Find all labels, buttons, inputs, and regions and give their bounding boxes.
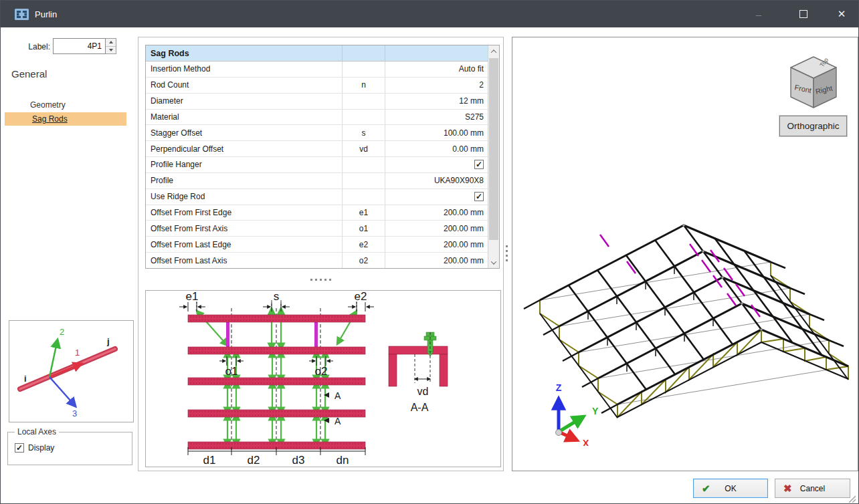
- property-row[interactable]: Stagger Offsets100.00 mm: [146, 125, 488, 141]
- spinner-up-button[interactable]: [106, 39, 116, 46]
- property-value[interactable]: ✓: [385, 189, 488, 205]
- o2-label: o2: [315, 365, 328, 378]
- sag-rod-diagram-panel: e1 s e2 o1 o2 A A vd A-A d1 d2 d3 dn: [145, 290, 501, 467]
- property-label: Diameter: [146, 94, 343, 109]
- properties-panel: Sag Rods Insertion MethodAuto fitRod Cou…: [138, 37, 504, 471]
- property-value[interactable]: UKA90X90X8: [385, 173, 488, 188]
- table-scrollbar[interactable]: [488, 45, 499, 268]
- property-row[interactable]: Offset From First Axiso1200.00 mm: [146, 221, 488, 237]
- checkbox-checked-icon[interactable]: ✓: [474, 192, 484, 201]
- scroll-down-button[interactable]: [488, 257, 499, 268]
- horizontal-splitter[interactable]: [138, 279, 503, 281]
- close-icon: ✕: [838, 8, 846, 20]
- spinner-down-button[interactable]: [106, 46, 116, 54]
- property-label: Perpendicular Offset: [146, 141, 343, 156]
- title-bar[interactable]: Purlin – ✕: [1, 1, 858, 27]
- property-symbol: o2: [343, 253, 385, 268]
- property-label: Offset From First Axis: [146, 221, 343, 236]
- property-row[interactable]: Offset From Last Axiso2200.00 mm: [146, 253, 488, 268]
- scrollbar-thumb[interactable]: [489, 58, 498, 240]
- cancel-button[interactable]: ✖ Cancel: [775, 479, 850, 498]
- spinner-up-icon: [109, 41, 113, 43]
- property-label: Profile: [146, 173, 343, 188]
- maximize-icon: [799, 10, 807, 18]
- axis-3-arrow: [50, 377, 76, 406]
- property-row[interactable]: Profile Hanger✓: [146, 157, 488, 173]
- view-cube[interactable]: Front Right Top: [784, 49, 843, 111]
- sidebar-item-geometry[interactable]: Geometry: [5, 98, 126, 112]
- property-row[interactable]: MaterialS275: [146, 110, 488, 126]
- viewport-panel[interactable]: Front Right Top Orthographic: [512, 37, 858, 471]
- property-row[interactable]: Diameter12 mm: [146, 94, 488, 110]
- scroll-up-button[interactable]: [488, 45, 499, 57]
- property-label: Stagger Offset: [146, 125, 343, 140]
- checkbox-checked-icon[interactable]: ✓: [474, 160, 484, 169]
- property-row[interactable]: ProfileUKA90X90X8: [146, 173, 488, 189]
- dn-label: dn: [337, 454, 349, 467]
- purlins-3d: [569, 225, 822, 390]
- property-row[interactable]: Use Ridge Rod✓: [146, 189, 488, 205]
- property-value[interactable]: Auto fit: [385, 61, 488, 77]
- property-value[interactable]: S275: [385, 110, 488, 125]
- label-spinner[interactable]: [106, 38, 116, 54]
- close-button[interactable]: ✕: [828, 4, 855, 24]
- property-row[interactable]: Offset From First Edgee1200.00 mm: [146, 205, 488, 221]
- property-symbol: e2: [343, 237, 385, 252]
- property-value[interactable]: 12 mm: [385, 94, 488, 109]
- vertical-splitter[interactable]: [506, 245, 508, 261]
- x-axis-label: X: [583, 438, 589, 446]
- local-axes-groupbox: Local Axes ✓ Display: [7, 432, 132, 465]
- label-input[interactable]: [53, 38, 106, 54]
- section-a-a: [389, 332, 448, 386]
- y-axis-arrow: [559, 417, 583, 432]
- ok-button[interactable]: ✔ OK: [693, 479, 768, 498]
- sidebar-item-sag-rods[interactable]: Sag Rods: [5, 112, 126, 126]
- property-value[interactable]: ✓: [385, 157, 488, 172]
- property-value[interactable]: 100.00 mm: [385, 125, 488, 140]
- section-name-label: A-A: [411, 402, 429, 413]
- cancel-x-icon: ✖: [783, 483, 792, 495]
- property-value[interactable]: 200.00 mm: [385, 237, 488, 252]
- node-i-label: i: [24, 374, 27, 384]
- property-row[interactable]: Rod Countn2: [146, 78, 488, 94]
- property-label: Profile Hanger: [146, 157, 343, 172]
- property-value[interactable]: 0.00 mm: [385, 141, 488, 156]
- app-icon: [15, 9, 29, 20]
- triad-origin: [556, 430, 562, 436]
- property-symbol: e1: [343, 205, 385, 221]
- minimize-button[interactable]: –: [745, 4, 772, 24]
- projection-mode-button[interactable]: Orthographic: [779, 116, 847, 136]
- resize-grip[interactable]: [846, 493, 856, 503]
- property-value[interactable]: 200.00 mm: [385, 253, 488, 268]
- axis-3-label: 3: [72, 408, 77, 418]
- maximize-button[interactable]: [790, 4, 817, 24]
- property-value[interactable]: 200.00 mm: [385, 205, 488, 221]
- property-row[interactable]: Insertion MethodAuto fit: [146, 61, 488, 78]
- node-j-label: j: [106, 336, 110, 346]
- e1-label: e1: [186, 291, 199, 303]
- label-field-caption: Label:: [19, 42, 50, 51]
- axis-2-label: 2: [60, 327, 64, 337]
- s-label: s: [274, 291, 280, 303]
- z-axis-label: Z: [556, 382, 562, 393]
- local-axes-diagram: i j 1 2 3: [9, 321, 133, 422]
- property-label: Offset From First Edge: [146, 205, 343, 221]
- axis-1-label: 1: [75, 348, 80, 358]
- ok-check-icon: ✔: [702, 483, 710, 495]
- property-row[interactable]: Perpendicular Offsetvd0.00 mm: [146, 141, 488, 157]
- property-symbol: n: [343, 78, 385, 93]
- property-symbol: [343, 173, 385, 188]
- cancel-button-label: Cancel: [800, 484, 825, 493]
- scroll-up-icon: [491, 49, 496, 55]
- display-checkbox[interactable]: ✓: [15, 443, 24, 453]
- nav-heading-general: General: [11, 68, 47, 80]
- property-row[interactable]: Offset From Last Edgee2200.00 mm: [146, 237, 488, 253]
- purlin-dialog: Purlin – ✕ Label: General Geometry Sag R…: [0, 0, 859, 504]
- property-value[interactable]: 2: [385, 78, 488, 93]
- display-checkbox-row[interactable]: ✓ Display: [15, 443, 54, 453]
- property-grid: Sag Rods Insertion MethodAuto fitRod Cou…: [145, 45, 500, 269]
- d1-label: d1: [203, 454, 216, 467]
- ok-button-label: OK: [725, 484, 736, 493]
- property-value[interactable]: 200.00 mm: [385, 221, 488, 236]
- property-grid-header: Sag Rods: [146, 45, 488, 61]
